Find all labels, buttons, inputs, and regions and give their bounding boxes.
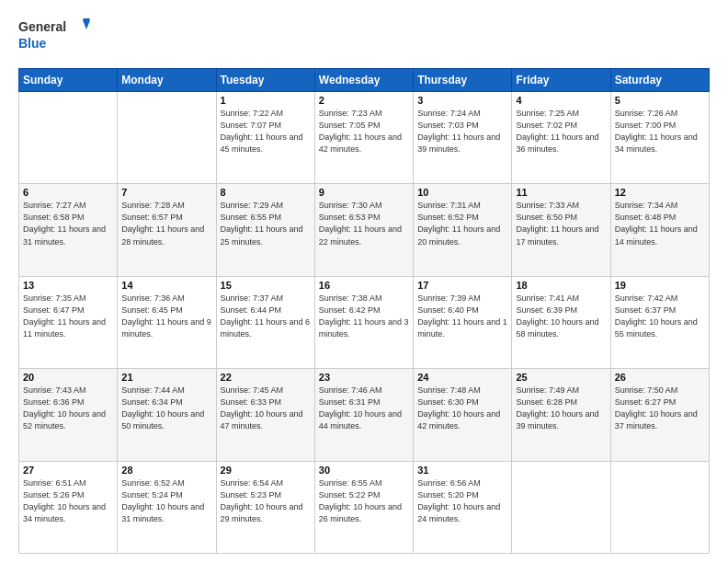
- header: General Blue: [18, 17, 710, 59]
- day-number: 19: [615, 280, 705, 291]
- day-number: 8: [221, 187, 311, 198]
- day-info: Sunrise: 7:36 AMSunset: 6:45 PMDaylight:…: [121, 293, 211, 340]
- calendar-cell: 17Sunrise: 7:39 AMSunset: 6:40 PMDayligh…: [414, 276, 512, 368]
- weekday-header-tuesday: Tuesday: [216, 69, 314, 92]
- svg-text:General: General: [18, 19, 66, 34]
- day-number: 31: [417, 465, 507, 476]
- day-info: Sunrise: 7:35 AMSunset: 6:47 PMDaylight:…: [23, 293, 113, 340]
- calendar-cell: 26Sunrise: 7:50 AMSunset: 6:27 PMDayligh…: [610, 369, 709, 461]
- day-number: 26: [615, 372, 705, 383]
- svg-text:Blue: Blue: [18, 36, 47, 51]
- svg-marker-3: [83, 18, 90, 28]
- calendar-cell: 24Sunrise: 7:48 AMSunset: 6:30 PMDayligh…: [414, 369, 512, 461]
- weekday-header-thursday: Thursday: [414, 69, 512, 92]
- day-number: 6: [23, 187, 113, 198]
- calendar-cell: 27Sunrise: 6:51 AMSunset: 5:26 PMDayligh…: [19, 461, 118, 553]
- week-row-4: 20Sunrise: 7:43 AMSunset: 6:36 PMDayligh…: [19, 369, 710, 461]
- weekday-header-saturday: Saturday: [610, 69, 709, 92]
- day-number: 22: [221, 372, 311, 383]
- day-number: 16: [319, 280, 409, 291]
- day-number: 10: [417, 187, 507, 198]
- day-info: Sunrise: 6:51 AMSunset: 5:26 PMDaylight:…: [23, 477, 113, 525]
- day-number: 28: [121, 465, 211, 476]
- day-number: 24: [417, 372, 507, 383]
- day-info: Sunrise: 7:45 AMSunset: 6:33 PMDaylight:…: [221, 385, 311, 432]
- day-info: Sunrise: 7:49 AMSunset: 6:28 PMDaylight:…: [516, 385, 606, 432]
- day-info: Sunrise: 7:48 AMSunset: 6:30 PMDaylight:…: [417, 385, 507, 432]
- day-number: 29: [221, 465, 311, 476]
- calendar-cell: 23Sunrise: 7:46 AMSunset: 6:31 PMDayligh…: [314, 369, 413, 461]
- calendar-cell: 1Sunrise: 7:22 AMSunset: 7:07 PMDaylight…: [216, 92, 314, 184]
- calendar-cell: 16Sunrise: 7:38 AMSunset: 6:42 PMDayligh…: [314, 276, 413, 368]
- calendar-table: SundayMondayTuesdayWednesdayThursdayFrid…: [18, 68, 710, 554]
- day-info: Sunrise: 7:38 AMSunset: 6:42 PMDaylight:…: [319, 293, 409, 340]
- calendar-cell: [512, 461, 610, 553]
- day-number: 20: [23, 372, 113, 383]
- day-info: Sunrise: 7:33 AMSunset: 6:50 PMDaylight:…: [516, 200, 606, 247]
- day-info: Sunrise: 7:39 AMSunset: 6:40 PMDaylight:…: [417, 293, 507, 340]
- day-number: 12: [615, 187, 705, 198]
- calendar-cell: 21Sunrise: 7:44 AMSunset: 6:34 PMDayligh…: [118, 369, 216, 461]
- logo-svg: General Blue: [18, 17, 92, 59]
- day-info: Sunrise: 7:31 AMSunset: 6:52 PMDaylight:…: [417, 200, 507, 247]
- day-number: 30: [319, 465, 409, 476]
- day-info: Sunrise: 7:50 AMSunset: 6:27 PMDaylight:…: [615, 385, 705, 432]
- day-number: 3: [417, 95, 507, 106]
- calendar-cell: 4Sunrise: 7:25 AMSunset: 7:02 PMDaylight…: [512, 92, 610, 184]
- calendar-cell: 30Sunrise: 6:55 AMSunset: 5:22 PMDayligh…: [314, 461, 413, 553]
- day-number: 15: [221, 280, 311, 291]
- week-row-3: 13Sunrise: 7:35 AMSunset: 6:47 PMDayligh…: [19, 276, 710, 368]
- calendar-cell: 8Sunrise: 7:29 AMSunset: 6:55 PMDaylight…: [216, 184, 314, 276]
- calendar-cell: 5Sunrise: 7:26 AMSunset: 7:00 PMDaylight…: [610, 92, 709, 184]
- calendar-cell: 25Sunrise: 7:49 AMSunset: 6:28 PMDayligh…: [512, 369, 610, 461]
- day-info: Sunrise: 7:41 AMSunset: 6:39 PMDaylight:…: [516, 293, 606, 340]
- calendar-cell: [19, 92, 118, 184]
- day-info: Sunrise: 7:46 AMSunset: 6:31 PMDaylight:…: [319, 385, 409, 432]
- day-info: Sunrise: 7:23 AMSunset: 7:05 PMDaylight:…: [319, 108, 409, 155]
- day-number: 18: [516, 280, 606, 291]
- calendar-cell: 6Sunrise: 7:27 AMSunset: 6:58 PMDaylight…: [19, 184, 118, 276]
- day-number: 27: [23, 465, 113, 476]
- day-info: Sunrise: 7:28 AMSunset: 6:57 PMDaylight:…: [121, 200, 211, 247]
- weekday-header-friday: Friday: [512, 69, 610, 92]
- calendar-cell: 18Sunrise: 7:41 AMSunset: 6:39 PMDayligh…: [512, 276, 610, 368]
- day-info: Sunrise: 7:43 AMSunset: 6:36 PMDaylight:…: [23, 385, 113, 432]
- day-info: Sunrise: 7:25 AMSunset: 7:02 PMDaylight:…: [516, 108, 606, 155]
- day-info: Sunrise: 7:24 AMSunset: 7:03 PMDaylight:…: [417, 108, 507, 155]
- calendar-cell: 10Sunrise: 7:31 AMSunset: 6:52 PMDayligh…: [414, 184, 512, 276]
- calendar-cell: [118, 92, 216, 184]
- calendar-cell: 28Sunrise: 6:52 AMSunset: 5:24 PMDayligh…: [118, 461, 216, 553]
- day-number: 21: [121, 372, 211, 383]
- calendar-cell: 22Sunrise: 7:45 AMSunset: 6:33 PMDayligh…: [216, 369, 314, 461]
- day-number: 25: [516, 372, 606, 383]
- calendar-cell: 14Sunrise: 7:36 AMSunset: 6:45 PMDayligh…: [118, 276, 216, 368]
- day-number: 2: [319, 95, 409, 106]
- calendar-cell: [610, 461, 709, 553]
- weekday-header-sunday: Sunday: [19, 69, 118, 92]
- day-info: Sunrise: 7:37 AMSunset: 6:44 PMDaylight:…: [221, 293, 311, 340]
- calendar-cell: 11Sunrise: 7:33 AMSunset: 6:50 PMDayligh…: [512, 184, 610, 276]
- weekday-header-wednesday: Wednesday: [314, 69, 413, 92]
- weekday-header-monday: Monday: [118, 69, 216, 92]
- calendar-cell: 12Sunrise: 7:34 AMSunset: 6:48 PMDayligh…: [610, 184, 709, 276]
- calendar-cell: 15Sunrise: 7:37 AMSunset: 6:44 PMDayligh…: [216, 276, 314, 368]
- day-number: 11: [516, 187, 606, 198]
- calendar-cell: 20Sunrise: 7:43 AMSunset: 6:36 PMDayligh…: [19, 369, 118, 461]
- day-info: Sunrise: 7:27 AMSunset: 6:58 PMDaylight:…: [23, 200, 113, 247]
- calendar-cell: 13Sunrise: 7:35 AMSunset: 6:47 PMDayligh…: [19, 276, 118, 368]
- calendar-cell: 3Sunrise: 7:24 AMSunset: 7:03 PMDaylight…: [414, 92, 512, 184]
- day-number: 4: [516, 95, 606, 106]
- day-number: 13: [23, 280, 113, 291]
- weekday-header-row: SundayMondayTuesdayWednesdayThursdayFrid…: [19, 69, 710, 92]
- calendar-cell: 19Sunrise: 7:42 AMSunset: 6:37 PMDayligh…: [610, 276, 709, 368]
- logo: General Blue: [18, 17, 92, 59]
- day-info: Sunrise: 6:55 AMSunset: 5:22 PMDaylight:…: [319, 477, 409, 525]
- day-info: Sunrise: 7:34 AMSunset: 6:48 PMDaylight:…: [615, 200, 705, 247]
- week-row-1: 1Sunrise: 7:22 AMSunset: 7:07 PMDaylight…: [19, 92, 710, 184]
- day-info: Sunrise: 7:29 AMSunset: 6:55 PMDaylight:…: [221, 200, 311, 247]
- calendar-cell: 29Sunrise: 6:54 AMSunset: 5:23 PMDayligh…: [216, 461, 314, 553]
- day-info: Sunrise: 7:22 AMSunset: 7:07 PMDaylight:…: [221, 108, 311, 155]
- day-info: Sunrise: 7:26 AMSunset: 7:00 PMDaylight:…: [615, 108, 705, 155]
- day-info: Sunrise: 6:54 AMSunset: 5:23 PMDaylight:…: [221, 477, 311, 525]
- week-row-2: 6Sunrise: 7:27 AMSunset: 6:58 PMDaylight…: [19, 184, 710, 276]
